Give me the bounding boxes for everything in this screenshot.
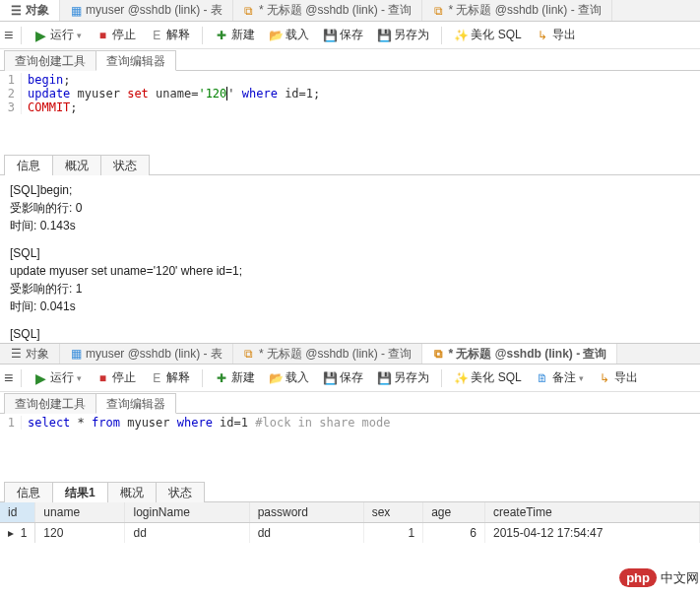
- watermark: php 中文网: [619, 568, 699, 587]
- plus-icon: ✚: [215, 29, 228, 42]
- tab-myuser-table[interactable]: ▦myuser @sshdb (link) - 表: [60, 0, 233, 21]
- btn-label: 新建: [231, 27, 255, 43]
- save-as-button[interactable]: 💾另存为: [373, 367, 433, 389]
- explain-icon: E: [150, 371, 163, 385]
- new-button[interactable]: ✚新建: [211, 25, 259, 46]
- export-button[interactable]: ↳导出: [532, 25, 580, 46]
- cell-uname[interactable]: 120: [35, 523, 125, 544]
- tab-objects-2[interactable]: ☰对象: [0, 344, 60, 364]
- chevron-down-icon: ▾: [77, 373, 82, 383]
- tab-label: myuser @sshdb (link) - 表: [86, 346, 223, 363]
- btn-label: 运行: [50, 369, 74, 386]
- btn-label: 美化 SQL: [471, 369, 521, 386]
- col-sex[interactable]: sex: [363, 502, 423, 523]
- tab-label: myuser @sshdb (link) - 表: [86, 2, 223, 19]
- cell-sex[interactable]: 1: [363, 523, 423, 544]
- btn-label: 解释: [166, 369, 190, 386]
- col-loginname[interactable]: loginName: [125, 502, 249, 523]
- query-icon: ⧉: [432, 5, 444, 17]
- tab-query-1[interactable]: ⧉* 无标题 @sshdb (link) - 查询: [233, 0, 423, 21]
- col-id[interactable]: id: [0, 502, 35, 523]
- tab-myuser-table-2[interactable]: ▦myuser @sshdb (link) - 表: [60, 344, 233, 364]
- tab-builder-2[interactable]: 查询创建工具: [4, 393, 96, 414]
- sql-editor-2[interactable]: 1select * from myuser where id=1 #lock i…: [0, 414, 700, 457]
- col-password[interactable]: password: [249, 502, 363, 523]
- save-button[interactable]: 💾保存: [319, 25, 367, 46]
- rtab-info[interactable]: 信息: [4, 482, 53, 502]
- table-icon: ▦: [70, 348, 82, 360]
- tab-label: * 无标题 @sshdb (link) - 查询: [448, 2, 602, 19]
- stop-icon: ■: [95, 29, 109, 42]
- tab-query-2b[interactable]: ⧉* 无标题 @sshdb (link) - 查询: [422, 344, 617, 364]
- list-icon: ☰: [10, 348, 22, 360]
- watermark-text: 中文网: [661, 569, 699, 587]
- message-panel: [SQL]begin;受影响的行: 0时间: 0.143s [SQL]updat…: [0, 175, 700, 343]
- tab-query-2[interactable]: ⧉* 无标题 @sshdb (link) - 查询: [422, 0, 612, 21]
- load-button[interactable]: 📂载入: [265, 367, 313, 389]
- run-button[interactable]: ▶运行▾: [30, 367, 86, 389]
- note-button[interactable]: 🗎备注▾: [532, 367, 588, 389]
- menu-icon[interactable]: ≡: [4, 27, 13, 44]
- stop-icon: ■: [95, 371, 109, 385]
- mtab-status[interactable]: 状态: [100, 155, 150, 175]
- tab-label: 对象: [26, 346, 49, 363]
- tab-builder[interactable]: 查询创建工具: [4, 50, 96, 71]
- save-button[interactable]: 💾保存: [319, 367, 367, 389]
- plus-icon: ✚: [215, 371, 228, 385]
- export-icon: ↳: [536, 29, 549, 42]
- chevron-down-icon: ▾: [77, 31, 82, 40]
- btn-label: 美化 SQL: [471, 27, 521, 43]
- new-button[interactable]: ✚新建: [211, 367, 259, 389]
- run-button[interactable]: ▶运行▾: [30, 25, 86, 46]
- top-tabbar-2: ☰对象 ▦myuser @sshdb (link) - 表 ⧉* 无标题 @ss…: [0, 343, 700, 365]
- btn-label: 导出: [552, 27, 576, 43]
- btn-label: 运行: [50, 27, 74, 43]
- tab-objects[interactable]: ☰对象: [0, 0, 60, 21]
- beautify-button[interactable]: ✨美化 SQL: [450, 25, 525, 46]
- tab-query-1b[interactable]: ⧉* 无标题 @sshdb (link) - 查询: [233, 344, 423, 364]
- tab-editor-2[interactable]: 查询编辑器: [95, 393, 176, 414]
- rtab-result1[interactable]: 结果1: [52, 482, 108, 502]
- tab-label: * 无标题 @sshdb (link) - 查询: [259, 346, 413, 363]
- btn-label: 停止: [112, 369, 136, 386]
- disk-icon: 💾: [323, 29, 337, 42]
- chevron-down-icon: ▾: [579, 373, 584, 383]
- col-uname[interactable]: uname: [35, 502, 125, 523]
- btn-label: 另存为: [394, 27, 429, 43]
- stop-button[interactable]: ■停止: [92, 25, 140, 46]
- rtab-profile[interactable]: 概况: [107, 482, 157, 502]
- table-row[interactable]: ▸ 1 120 dd dd 1 6 2015-04-12 17:54:47: [0, 523, 700, 544]
- note-icon: 🗎: [536, 371, 549, 385]
- mtab-info[interactable]: 信息: [4, 155, 53, 175]
- save-as-button[interactable]: 💾另存为: [373, 25, 433, 46]
- stop-button[interactable]: ■停止: [92, 367, 140, 389]
- tab-editor[interactable]: 查询编辑器: [95, 50, 176, 71]
- disk-icon: 💾: [323, 371, 337, 385]
- cell-password[interactable]: dd: [249, 523, 363, 544]
- rtab-status[interactable]: 状态: [156, 482, 205, 502]
- folder-icon: 📂: [269, 371, 283, 385]
- cell-createtime[interactable]: 2015-04-12 17:54:47: [485, 523, 700, 544]
- col-createtime[interactable]: createTime: [485, 502, 700, 523]
- result-tabs: 信息 结果1 概况 状态: [0, 481, 700, 502]
- cell-age[interactable]: 6: [423, 523, 485, 544]
- row-pointer-icon: ▸ 1: [0, 523, 35, 544]
- php-logo: php: [619, 568, 657, 587]
- mtab-profile[interactable]: 概况: [52, 155, 101, 175]
- wand-icon: ✨: [454, 371, 468, 385]
- explain-button[interactable]: E解释: [146, 367, 194, 389]
- btn-label: 保存: [340, 27, 363, 43]
- query-icon: ⧉: [432, 348, 444, 360]
- btn-label: 备注: [552, 369, 576, 386]
- btn-label: 载入: [286, 369, 309, 386]
- cell-loginname[interactable]: dd: [125, 523, 249, 544]
- col-age[interactable]: age: [423, 502, 485, 523]
- sql-editor-1[interactable]: 1begin; 2update myuser set uname='120' w…: [0, 71, 700, 124]
- explain-button[interactable]: E解释: [146, 25, 194, 46]
- menu-icon[interactable]: ≡: [4, 369, 13, 387]
- load-button[interactable]: 📂载入: [265, 25, 313, 46]
- export-button[interactable]: ↳导出: [594, 367, 642, 389]
- btn-label: 导出: [614, 369, 638, 386]
- beautify-button[interactable]: ✨美化 SQL: [450, 367, 525, 389]
- result-grid[interactable]: id uname loginName password sex age crea…: [0, 502, 700, 543]
